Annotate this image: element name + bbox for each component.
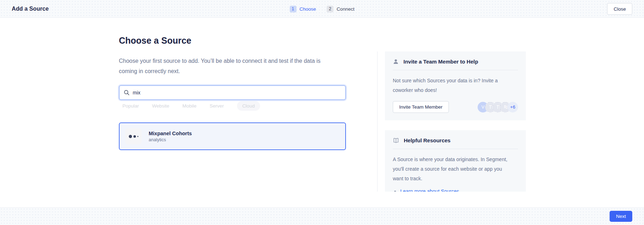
learn-more-sources-link[interactable]: Learn more about Sources	[400, 188, 459, 192]
invite-card-title: Invite a Team Member to Help	[403, 59, 478, 65]
step-number-badge: 2	[327, 6, 334, 12]
invite-card-header: Invite a Team Member to Help	[393, 59, 518, 65]
main-description: Choose your first source to add. You’ll …	[119, 56, 335, 76]
tab-website[interactable]: Website	[152, 101, 170, 111]
team-avatar-stack[interactable]: V T T R +6	[478, 102, 518, 112]
main-heading: Choose a Source	[119, 35, 191, 46]
search-input[interactable]	[133, 90, 341, 95]
step-label: Choose	[299, 6, 316, 12]
page-title: Add a Source	[12, 6, 49, 12]
result-name: Mixpanel Cohorts	[149, 131, 192, 136]
step-connect[interactable]: 2 Connect	[327, 6, 354, 12]
step-label: Connect	[337, 6, 354, 12]
divider	[393, 149, 518, 149]
category-tabs: Popular Website Mobile Server Cloud	[122, 101, 260, 111]
avatar-overflow-count: +6	[507, 102, 518, 112]
divider	[393, 70, 518, 70]
invite-team-member-card: Invite a Team Member to Help Not sure wh…	[385, 51, 526, 120]
sidebar-divider	[377, 51, 378, 192]
result-text: Mixpanel Cohorts analytics	[149, 131, 192, 142]
step-number-badge: 1	[290, 6, 296, 12]
resources-link-row: Learn more about Sources	[393, 188, 518, 192]
resources-card-header: Helpful Resources	[393, 137, 518, 143]
source-result-mixpanel-cohorts[interactable]: Mixpanel Cohorts analytics	[119, 122, 346, 150]
helpful-resources-card: Helpful Resources A Source is where your…	[385, 130, 526, 192]
next-button[interactable]: Next	[610, 211, 632, 222]
resources-card-title: Helpful Resources	[404, 137, 451, 143]
tab-cloud[interactable]: Cloud	[237, 101, 260, 111]
close-button[interactable]: Close	[607, 3, 632, 15]
tab-popular[interactable]: Popular	[122, 101, 139, 111]
search-icon	[124, 90, 130, 95]
invite-row: Invite Team Member V T T R +6	[393, 101, 518, 113]
result-category: analytics	[149, 137, 192, 142]
invite-team-member-button[interactable]: Invite Team Member	[393, 101, 449, 113]
invite-card-body: Not sure which Sources your data is in? …	[393, 76, 511, 95]
source-search-box[interactable]	[119, 85, 346, 100]
step-choose[interactable]: 1 Choose	[290, 6, 316, 12]
person-icon	[393, 59, 399, 65]
bottom-bar: Next	[0, 207, 644, 225]
resources-card-body: A Source is where your data originates. …	[393, 155, 511, 183]
bullet-dot	[394, 191, 396, 192]
book-icon	[393, 138, 399, 143]
mixpanel-dots-logo	[125, 128, 142, 144]
top-bar: Add a Source 1 Choose 2 Connect Close	[0, 0, 644, 18]
tab-server[interactable]: Server	[210, 101, 224, 111]
stepper: 1 Choose 2 Connect	[290, 0, 354, 18]
tab-mobile[interactable]: Mobile	[182, 101, 197, 111]
